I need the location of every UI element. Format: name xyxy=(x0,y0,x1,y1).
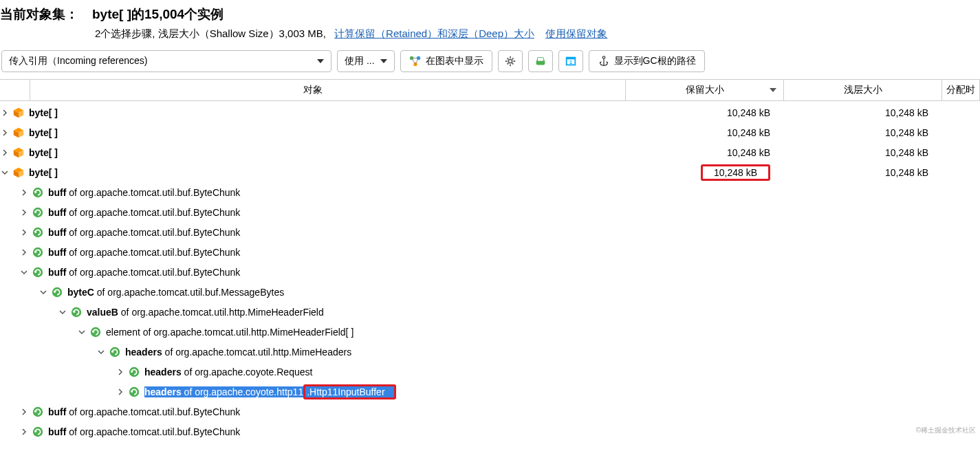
tree-row-label: byte[ ] xyxy=(29,167,58,178)
tree-row[interactable]: byteC of org.apache.tomcat.util.buf.Mess… xyxy=(0,282,980,302)
tree-expander-icon[interactable] xyxy=(19,188,29,197)
toolbar: 传入引用（Incoming references) 使用 ... 在图表中显示 … xyxy=(0,43,980,79)
tree-expander-icon[interactable] xyxy=(116,387,125,397)
svg-point-20 xyxy=(129,386,139,396)
reference-icon xyxy=(70,306,83,318)
svg-point-17 xyxy=(91,327,100,336)
incoming-references-label: 传入引用（Incoming references) xyxy=(9,55,148,67)
tree-row[interactable]: buff of org.apache.tomcat.util.buf.ByteC… xyxy=(0,202,980,222)
tree-row[interactable]: buff of org.apache.tomcat.util.buf.ByteC… xyxy=(0,402,980,421)
svg-point-21 xyxy=(33,406,43,416)
tree-row-label: element of org.apache.tomcat.util.http.M… xyxy=(106,327,353,338)
svg-point-11 xyxy=(33,207,43,217)
object-cube-icon xyxy=(12,127,25,139)
reference-icon xyxy=(32,186,44,199)
tree-row-label: byteC of org.apache.tomcat.util.buf.Mess… xyxy=(67,287,284,298)
tree-row-label: buff of org.apache.tomcat.util.buf.ByteC… xyxy=(48,247,240,258)
tree-row-label: valueB of org.apache.tomcat.util.http.Mi… xyxy=(87,307,324,318)
column-retained[interactable]: 保留大小 xyxy=(626,80,784,100)
column-grip[interactable] xyxy=(0,80,30,100)
svg-point-10 xyxy=(33,187,43,197)
svg-point-14 xyxy=(33,267,43,276)
svg-point-9 xyxy=(602,56,605,59)
tree-expander-icon[interactable] xyxy=(19,407,29,417)
tree-row[interactable]: buff of org.apache.tomcat.util.buf.ByteC… xyxy=(0,421,980,441)
column-shallow[interactable]: 浅层大小 xyxy=(784,80,942,100)
tree-expander-icon[interactable] xyxy=(19,208,29,217)
tree-expander-icon[interactable] xyxy=(19,267,29,277)
object-cube-icon xyxy=(12,107,25,119)
shallow-size-value: 10,248 kB xyxy=(784,127,942,138)
tree-row-label: buff of org.apache.tomcat.util.buf.ByteC… xyxy=(48,426,240,437)
tree-row-label: buff of org.apache.tomcat.util.buf.ByteC… xyxy=(48,227,240,238)
tree-row[interactable]: headers of org.apache.coyote.Request xyxy=(0,362,980,382)
tree-row-label: buff of org.apache.tomcat.util.buf.ByteC… xyxy=(48,406,240,417)
tree-expander-icon[interactable] xyxy=(77,327,87,337)
use-dropdown[interactable]: 使用 ... xyxy=(337,50,395,72)
reference-icon xyxy=(32,226,44,239)
tree-expander-icon[interactable] xyxy=(116,367,125,377)
tree-expander-icon[interactable] xyxy=(58,307,67,317)
tree-row[interactable]: buff of org.apache.tomcat.util.buf.ByteC… xyxy=(0,242,980,262)
tree-row-label: headers of org.apache.coyote.Request xyxy=(144,366,312,377)
reference-icon xyxy=(128,386,140,398)
reference-icon xyxy=(32,426,44,438)
tree-row[interactable]: buff of org.apache.tomcat.util.buf.ByteC… xyxy=(0,262,980,282)
svg-point-3 xyxy=(508,59,512,63)
tree-expander-icon[interactable] xyxy=(0,168,10,177)
tree-row-label: headers of org.apache.tomcat.util.http.M… xyxy=(125,347,351,358)
sort-desc-icon xyxy=(770,88,776,92)
highlighted-classname: .Http11InputBuffer xyxy=(303,384,396,399)
reference-icon xyxy=(32,206,44,219)
gear-button[interactable] xyxy=(498,50,523,72)
tree-row[interactable]: valueB of org.apache.tomcat.util.http.Mi… xyxy=(0,302,980,322)
svg-point-13 xyxy=(33,247,43,256)
tree-row[interactable]: byte[ ]10,248 kB10,248 kB xyxy=(0,122,980,142)
tree-expander-icon[interactable] xyxy=(0,128,10,138)
reference-icon xyxy=(128,366,140,378)
tree-row[interactable]: byte[ ]10,248 kB10,248 kB xyxy=(0,142,980,162)
tree-expander-icon[interactable] xyxy=(0,148,10,157)
svg-point-22 xyxy=(33,426,43,436)
svg-point-12 xyxy=(33,227,43,237)
incoming-references-dropdown[interactable]: 传入引用（Incoming references) xyxy=(1,50,331,72)
column-shallow-label: 浅层大小 xyxy=(844,84,882,96)
column-alloc[interactable]: 分配时 xyxy=(942,80,980,100)
tree-row[interactable]: buff of org.apache.tomcat.util.buf.ByteC… xyxy=(0,182,980,202)
watermark: ©稀土掘金技术社区 xyxy=(916,426,976,435)
title-label: 当前对象集： xyxy=(0,6,78,23)
column-retained-label: 保留大小 xyxy=(686,84,724,96)
tree-expander-icon[interactable] xyxy=(19,228,29,237)
column-object[interactable]: 对象 xyxy=(0,80,626,100)
gc-root-path-button[interactable]: 显示到GC根的路径 xyxy=(589,50,705,72)
svg-text:1: 1 xyxy=(569,59,572,65)
calculate-retained-link[interactable]: 计算保留（Retained）和深层（Deep）大小 xyxy=(334,28,534,41)
gear-icon xyxy=(504,55,516,67)
tree-row[interactable]: element of org.apache.tomcat.util.http.M… xyxy=(0,322,980,342)
reference-icon xyxy=(109,346,121,358)
reference-icon xyxy=(32,266,44,278)
tree-expander-icon[interactable] xyxy=(19,248,29,257)
tree-row[interactable]: byte[ ]10,248 kB10,248 kB xyxy=(0,162,980,182)
window-button[interactable]: 1 xyxy=(558,50,583,72)
use-dropdown-label: 使用 ... xyxy=(345,55,375,67)
svg-point-16 xyxy=(72,307,81,316)
tree-row[interactable]: headers of org.apache.tomcat.util.http.M… xyxy=(0,342,980,362)
svg-point-18 xyxy=(110,347,120,356)
retained-size-value: 10,248 kB xyxy=(626,127,784,138)
window-icon: 1 xyxy=(565,55,577,67)
reference-icon xyxy=(89,326,102,338)
typewriter-button[interactable] xyxy=(528,50,553,72)
tree-row[interactable]: byte[ ]10,248 kB10,248 kB xyxy=(0,102,980,122)
svg-rect-5 xyxy=(537,58,543,61)
tree-row[interactable]: buff of org.apache.tomcat.util.buf.ByteC… xyxy=(0,222,980,242)
show-in-graph-button[interactable]: 在图表中显示 xyxy=(400,50,492,72)
use-retained-objects-link[interactable]: 使用保留对象 xyxy=(545,28,607,41)
tree-expander-icon[interactable] xyxy=(0,108,10,118)
tree-row-label: byte[ ] xyxy=(29,147,58,158)
tree-view[interactable]: byte[ ]10,248 kB10,248 kBbyte[ ]10,248 k… xyxy=(0,101,980,441)
tree-expander-icon[interactable] xyxy=(96,347,106,357)
tree-expander-icon[interactable] xyxy=(19,427,29,437)
tree-expander-icon[interactable] xyxy=(39,287,48,297)
tree-row[interactable]: headers of org.apache.coyote.http11.Http… xyxy=(0,382,980,402)
